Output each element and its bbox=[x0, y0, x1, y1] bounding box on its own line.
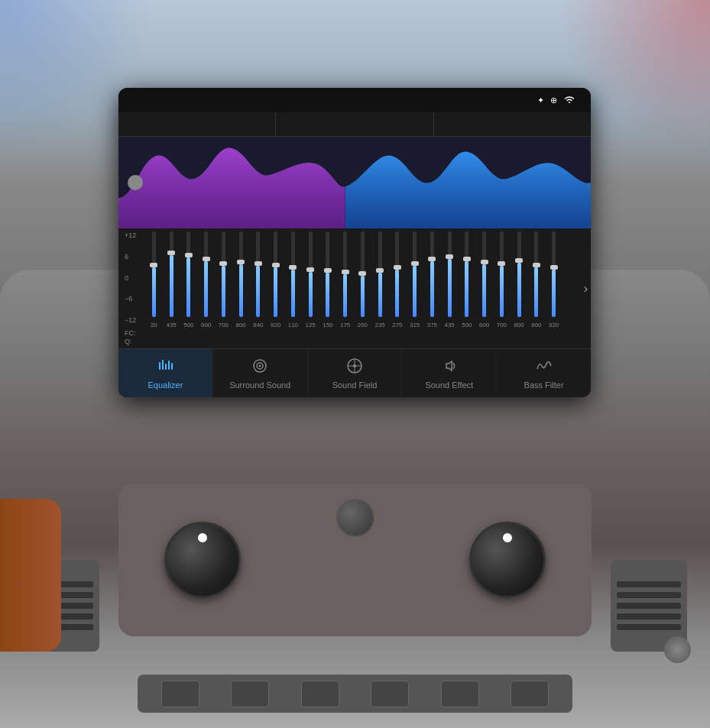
slider-col-0[interactable] bbox=[146, 231, 162, 320]
slider-col-3[interactable] bbox=[198, 231, 214, 320]
slider-handle-11[interactable] bbox=[342, 270, 349, 274]
location-icon: ⊕ bbox=[550, 95, 557, 105]
nav-tab-bassfilter[interactable]: Bass Filter bbox=[497, 349, 591, 397]
slider-track-11 bbox=[343, 231, 347, 317]
strip-button-6[interactable] bbox=[511, 681, 549, 707]
mode-bar bbox=[118, 112, 591, 137]
slider-handle-13[interactable] bbox=[376, 268, 384, 273]
slider-track-2 bbox=[186, 231, 190, 317]
slider-handle-17[interactable] bbox=[446, 254, 453, 259]
slider-handle-21[interactable] bbox=[515, 258, 523, 263]
right-accent-circle bbox=[664, 636, 691, 663]
slider-col-16[interactable] bbox=[424, 231, 440, 320]
svg-rect-0 bbox=[159, 362, 160, 370]
slider-handle-8[interactable] bbox=[289, 265, 297, 270]
slider-track-18 bbox=[465, 231, 468, 317]
slider-col-15[interactable] bbox=[407, 231, 423, 320]
slider-col-2[interactable] bbox=[181, 231, 197, 320]
slider-handle-5[interactable] bbox=[237, 260, 245, 264]
surround-icon bbox=[251, 358, 268, 378]
screen: ✦ ⊕ bbox=[118, 88, 591, 397]
slider-handle-16[interactable] bbox=[428, 257, 436, 261]
slider-handle-2[interactable] bbox=[185, 253, 193, 257]
scene-mode[interactable] bbox=[276, 112, 433, 136]
strip-button-4[interactable] bbox=[371, 681, 409, 707]
slider-handle-0[interactable] bbox=[150, 263, 157, 267]
custom-mode[interactable] bbox=[434, 112, 591, 136]
slider-col-6[interactable] bbox=[251, 231, 267, 320]
slider-handle-6[interactable] bbox=[254, 261, 262, 266]
slider-col-7[interactable] bbox=[267, 231, 284, 320]
slider-handle-22[interactable] bbox=[533, 263, 540, 267]
strip-button-1[interactable] bbox=[161, 681, 199, 707]
slider-handle-10[interactable] bbox=[324, 268, 332, 273]
vent-slat bbox=[617, 581, 681, 587]
slider-fill-12 bbox=[361, 276, 365, 317]
slider-col-22[interactable] bbox=[529, 231, 545, 320]
slider-handle-23[interactable] bbox=[550, 265, 558, 270]
slider-handle-14[interactable] bbox=[394, 265, 401, 270]
freq-label-22: 860 bbox=[529, 322, 545, 328]
slider-col-13[interactable] bbox=[372, 231, 388, 320]
slider-col-14[interactable] bbox=[390, 231, 406, 320]
slider-fill-7 bbox=[274, 267, 277, 317]
slider-col-8[interactable] bbox=[285, 231, 301, 320]
slider-handle-15[interactable] bbox=[411, 261, 419, 266]
bassfilter-icon bbox=[536, 358, 553, 378]
slider-fill-19 bbox=[482, 264, 486, 317]
fc-q-row: FC: bbox=[125, 329, 585, 337]
slider-fill-5 bbox=[239, 264, 243, 317]
eq-sliders-area: +12 6 0 −6 −12 › 20435500600700800840920… bbox=[118, 228, 591, 348]
slider-handle-4[interactable] bbox=[219, 261, 227, 266]
slider-handle-12[interactable] bbox=[358, 271, 366, 276]
svg-rect-3 bbox=[168, 361, 170, 370]
slider-col-12[interactable] bbox=[355, 231, 371, 320]
slider-fill-15 bbox=[413, 266, 417, 317]
equalizer-icon bbox=[157, 358, 173, 378]
slider-col-11[interactable] bbox=[337, 231, 353, 320]
slider-col-1[interactable] bbox=[164, 231, 180, 320]
freq-label-2: 500 bbox=[181, 322, 197, 328]
slider-handle-1[interactable] bbox=[167, 251, 175, 255]
slider-col-20[interactable] bbox=[494, 231, 510, 320]
slider-col-17[interactable] bbox=[442, 231, 458, 320]
defaults-mode[interactable] bbox=[118, 112, 276, 136]
nav-tab-soundfield[interactable]: Sound Field bbox=[308, 349, 403, 397]
strip-button-2[interactable] bbox=[231, 681, 269, 707]
slider-col-4[interactable] bbox=[216, 231, 232, 320]
slider-handle-9[interactable] bbox=[306, 267, 314, 272]
slider-fill-2 bbox=[186, 257, 190, 317]
left-knob[interactable] bbox=[164, 522, 241, 598]
slider-handle-19[interactable] bbox=[481, 260, 488, 264]
slider-col-23[interactable] bbox=[546, 231, 562, 320]
bassfilter-label: Bass Filter bbox=[524, 380, 564, 390]
right-knob[interactable] bbox=[469, 522, 546, 598]
nav-tab-equalizer[interactable]: Equalizer bbox=[118, 349, 213, 397]
center-button[interactable] bbox=[336, 499, 374, 537]
slider-col-5[interactable] bbox=[233, 231, 249, 320]
freq-label-17: 435 bbox=[442, 322, 458, 328]
scroll-right-arrow[interactable]: › bbox=[584, 282, 588, 296]
strip-button-5[interactable] bbox=[441, 681, 479, 707]
slider-handle-3[interactable] bbox=[203, 257, 210, 261]
purple-wave bbox=[118, 137, 345, 228]
nav-tab-surround[interactable]: Surround Sound bbox=[213, 349, 308, 397]
slider-col-21[interactable] bbox=[511, 231, 527, 320]
slider-col-19[interactable] bbox=[476, 231, 492, 320]
freq-label-18: 500 bbox=[459, 322, 475, 328]
freq-label-8: 110 bbox=[285, 322, 301, 328]
slider-fill-9 bbox=[309, 272, 313, 317]
slider-col-9[interactable] bbox=[303, 231, 319, 320]
slider-fill-20 bbox=[500, 266, 504, 317]
freq-label-1: 435 bbox=[164, 322, 180, 328]
surround-label: Surround Sound bbox=[229, 380, 290, 390]
slider-handle-18[interactable] bbox=[463, 257, 471, 261]
slider-col-10[interactable] bbox=[320, 231, 336, 320]
fc-label: FC: bbox=[125, 329, 146, 337]
strip-button-3[interactable] bbox=[301, 681, 339, 707]
slider-col-18[interactable] bbox=[459, 231, 475, 320]
slider-fill-0 bbox=[152, 267, 156, 317]
slider-handle-20[interactable] bbox=[498, 261, 505, 266]
slider-handle-7[interactable] bbox=[272, 263, 280, 267]
nav-tab-soundeffect[interactable]: Sound Effect bbox=[402, 349, 497, 397]
